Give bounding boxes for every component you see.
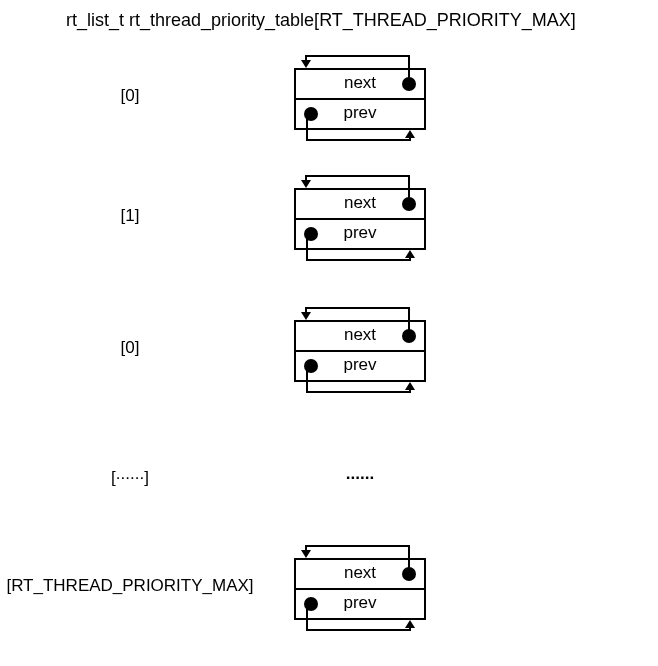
next-cell: next: [296, 70, 424, 98]
next-cell: next: [296, 322, 424, 350]
svg-marker-0: [301, 60, 311, 68]
ellipsis-label: ······: [280, 468, 440, 488]
index-label: [1]: [0, 206, 260, 226]
pointer-dot-icon: [402, 197, 416, 211]
list-node: next prev: [294, 558, 426, 620]
prev-cell: prev: [296, 350, 424, 380]
pointer-dot-icon: [402, 77, 416, 91]
prev-label: prev: [296, 103, 424, 123]
prev-label: prev: [296, 355, 424, 375]
index-label: [0]: [0, 86, 260, 106]
list-node: next prev: [294, 320, 426, 382]
prev-cell: prev: [296, 98, 424, 128]
svg-marker-6: [301, 550, 311, 558]
array-entry-2: [0] next prev: [0, 300, 658, 400]
index-label: [0]: [0, 338, 260, 358]
svg-marker-2: [301, 180, 311, 188]
list-node: next prev: [294, 188, 426, 250]
prev-cell: prev: [296, 218, 424, 248]
pointer-dot-icon: [402, 567, 416, 581]
list-node: next prev: [294, 68, 426, 130]
index-label: [······]: [0, 468, 260, 488]
array-entry-0: [0] next prev: [0, 48, 658, 148]
svg-marker-3: [405, 250, 415, 258]
svg-marker-1: [405, 130, 415, 138]
prev-cell: prev: [296, 588, 424, 618]
pointer-dot-icon: [402, 329, 416, 343]
array-entry-max: [RT_THREAD_PRIORITY_MAX] next prev: [0, 538, 658, 638]
prev-label: prev: [296, 223, 424, 243]
svg-marker-4: [301, 312, 311, 320]
array-entry-ellipsis: [······] ······: [0, 430, 658, 530]
index-label: [RT_THREAD_PRIORITY_MAX]: [0, 576, 260, 596]
svg-marker-5: [405, 382, 415, 390]
next-cell: next: [296, 560, 424, 588]
prev-label: prev: [296, 593, 424, 613]
declaration-title: rt_list_t rt_thread_priority_table[RT_TH…: [66, 10, 576, 31]
svg-marker-7: [405, 620, 415, 628]
next-cell: next: [296, 190, 424, 218]
array-entry-1: [1] next prev: [0, 168, 658, 268]
